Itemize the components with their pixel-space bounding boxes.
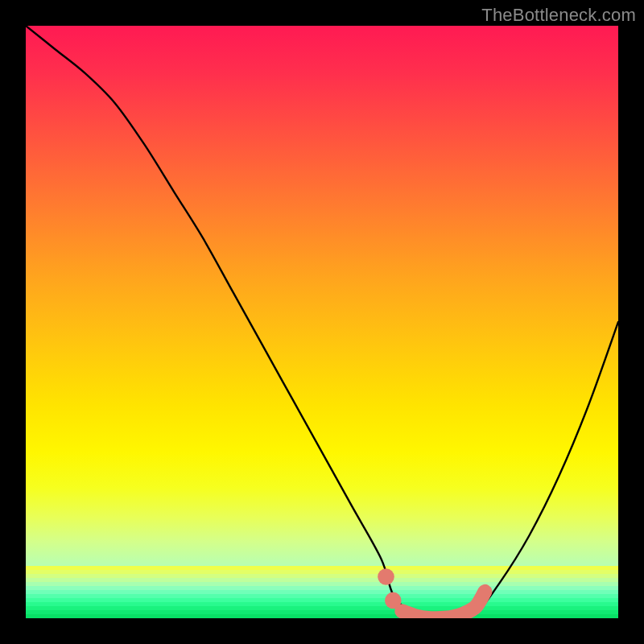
left-dot-upper bbox=[378, 568, 394, 585]
chart-svg bbox=[26, 26, 618, 618]
outer-frame: TheBottleneck.com bbox=[0, 0, 644, 644]
valley-stroke bbox=[402, 592, 485, 618]
plot-area bbox=[26, 26, 618, 618]
highlight-layer bbox=[378, 568, 485, 618]
watermark-text: TheBottleneck.com bbox=[481, 5, 636, 26]
bottleneck-curve-path bbox=[26, 26, 618, 618]
